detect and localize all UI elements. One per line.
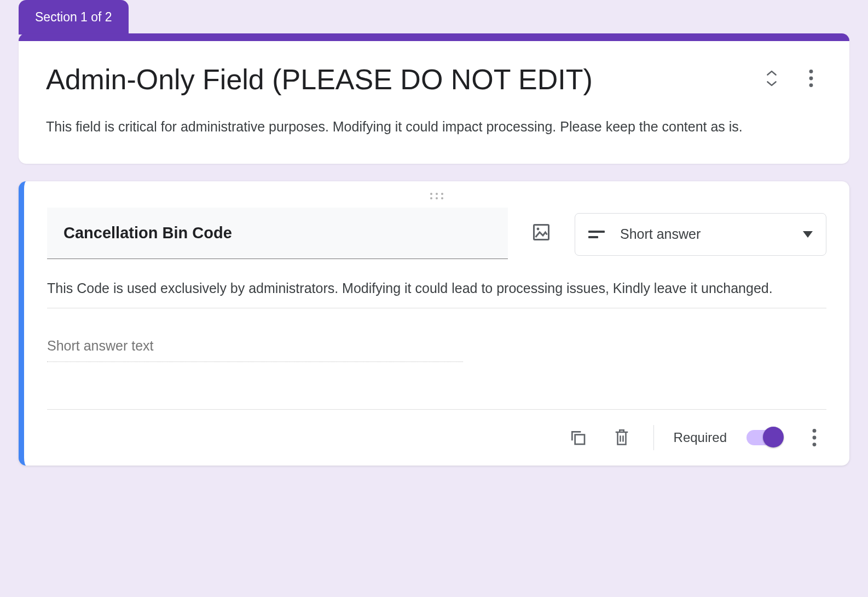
section-tab[interactable]: Section 1 of 2: [19, 0, 129, 35]
svg-point-17: [813, 429, 817, 433]
duplicate-button[interactable]: [566, 426, 590, 450]
question-description-input[interactable]: This Code is used exclusively by adminis…: [47, 278, 826, 308]
svg-point-3: [430, 193, 432, 195]
more-menu-icon[interactable]: [800, 67, 822, 89]
section-title[interactable]: Admin-Only Field (PLEASE DO NOT EDIT): [46, 62, 748, 97]
required-label: Required: [674, 430, 727, 445]
question-card: Short answer This Code is used exclusive…: [19, 181, 849, 466]
svg-point-4: [436, 193, 438, 195]
chevron-down-icon: [803, 231, 813, 238]
svg-rect-14: [575, 434, 584, 444]
svg-point-18: [813, 435, 817, 439]
svg-rect-11: [588, 231, 605, 233]
section-header-card: Admin-Only Field (PLEASE DO NOT EDIT) Th…: [19, 33, 849, 164]
svg-point-8: [441, 197, 443, 199]
add-image-icon[interactable]: [526, 217, 556, 247]
short-answer-placeholder: [47, 338, 463, 362]
svg-point-19: [813, 443, 817, 446]
svg-point-2: [809, 83, 813, 87]
question-title-input[interactable]: [47, 208, 508, 259]
collapse-icon[interactable]: [761, 67, 783, 89]
svg-point-1: [809, 77, 813, 81]
svg-point-10: [537, 227, 540, 230]
svg-point-6: [430, 197, 432, 199]
question-more-menu-icon[interactable]: [802, 426, 826, 450]
question-type-label: Short answer: [620, 226, 701, 242]
svg-point-7: [436, 197, 438, 199]
delete-button[interactable]: [610, 426, 634, 450]
section-description[interactable]: This field is critical for administrativ…: [46, 116, 822, 137]
svg-rect-12: [588, 236, 598, 238]
svg-point-0: [809, 70, 813, 73]
svg-point-5: [441, 193, 443, 195]
question-type-select[interactable]: Short answer: [575, 213, 826, 256]
required-toggle[interactable]: [747, 430, 783, 445]
divider: [653, 425, 654, 450]
short-answer-icon: [588, 229, 605, 240]
drag-handle-icon[interactable]: [47, 190, 826, 208]
svg-marker-13: [803, 231, 813, 238]
